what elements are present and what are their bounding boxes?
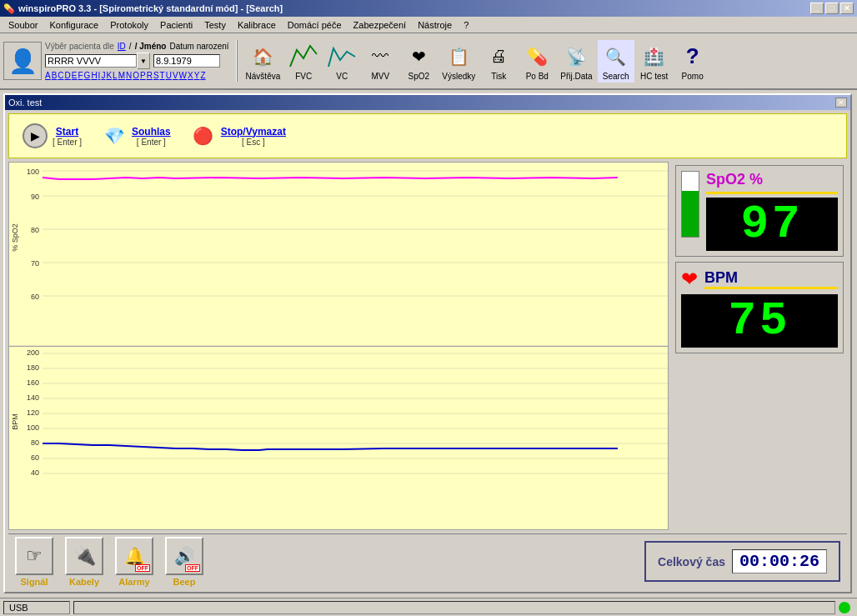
timer-label: Celkový čas [658, 555, 725, 568]
beep-label: Beep [173, 577, 196, 587]
alpha-O[interactable]: O [133, 71, 139, 80]
menu-pacienti[interactable]: Pacienti [155, 18, 198, 32]
patient-selector-section: Výběr pacienta dle ID / / Jméno Datum na… [43, 40, 231, 82]
patient-name-dropdown[interactable]: ▼ [45, 53, 150, 69]
souhlas-button[interactable]: 💎 Souhlas [ Enter ] [102, 123, 171, 148]
svg-text:60: 60 [31, 293, 39, 301]
alpha-Y[interactable]: Z [200, 71, 205, 80]
spo2-toolbar-icon: ❤ [403, 42, 434, 72]
alpha-E[interactable]: E [72, 71, 78, 80]
alpha-D[interactable]: D [65, 71, 71, 80]
alpha-A[interactable]: A [45, 71, 51, 80]
beep-button[interactable]: 🔊 OFF Beep [165, 537, 203, 587]
toolbar-btn-fvc[interactable]: FVC [285, 40, 322, 83]
beep-icon: 🔊 OFF [165, 537, 203, 575]
charts-container: 100 90 80 70 60 % SpO2 [8, 162, 669, 530]
title-bar: 💊 winspiroPRO 3.3 - [Spirometrický stand… [0, 0, 857, 17]
alpha-N[interactable]: N [126, 71, 132, 80]
navsteva-icon: 🏠 [248, 42, 278, 72]
stop-button[interactable]: 🔴 Stop/Vymazat [ Esc ] [191, 123, 286, 148]
alpha-Q[interactable]: R [147, 71, 153, 80]
vc-label: VC [336, 72, 348, 81]
alpha-G[interactable]: G [84, 71, 91, 80]
timer-value: 00:00:26 [732, 549, 827, 573]
usb-status: USB [3, 601, 70, 614]
bpm-readout: ❤ BPM 75 [675, 262, 844, 353]
svg-text:100: 100 [27, 423, 39, 432]
alarms-button[interactable]: 🔔 OFF Alarmy [115, 537, 153, 587]
alpha-F[interactable]: F [78, 71, 83, 80]
svg-text:40: 40 [31, 468, 39, 477]
menu-domaci-pece[interactable]: Domácí péče [283, 18, 347, 32]
close-button[interactable]: ✕ [840, 3, 854, 14]
alpha-C[interactable]: C [58, 71, 63, 80]
sub-title-bar: Oxi. test ✕ [5, 95, 850, 110]
menu-nastroje[interactable]: Nástroje [413, 18, 457, 32]
search-label: Search [603, 72, 629, 81]
toolbar-btn-hctest[interactable]: 🏥 HC test [636, 40, 673, 83]
start-button[interactable]: ▶ Start [ Enter ] [23, 123, 82, 148]
alpha-P[interactable]: P [140, 71, 146, 80]
svg-text:60: 60 [31, 453, 39, 462]
mvv-icon: 〰 [365, 42, 395, 72]
vysledky-label: Výsledky [442, 72, 475, 81]
toolbar-btn-search[interactable]: 🔍 Search [598, 40, 634, 83]
menu-testy[interactable]: Testy [199, 18, 231, 32]
navsteva-label: Návštěva [246, 72, 281, 81]
bottom-control-bar: ☞ Signál 🔌 Kabely 🔔 OFF Alarmy [8, 533, 847, 588]
minimize-button[interactable]: _ [810, 3, 824, 14]
signal-icon: ☞ [15, 537, 53, 575]
menu-konfigurace[interactable]: Konfigurace [44, 18, 103, 32]
bpm-chart: 200 180 160 140 120 100 80 [8, 347, 669, 531]
menu-zabezpeceni[interactable]: Zabezpečení [348, 18, 412, 32]
prijdata-label: Přij.Data [560, 72, 592, 81]
menu-soubor[interactable]: Soubor [3, 18, 43, 32]
spo2-readout-label: SpO2 % [706, 171, 763, 188]
usb-label: USB [9, 603, 28, 613]
alpha-U[interactable]: V [173, 71, 178, 80]
toolbar-btn-vc[interactable]: VC [323, 40, 360, 83]
alpha-J[interactable]: J [101, 71, 105, 80]
svg-text:120: 120 [27, 408, 39, 417]
birth-date-input[interactable] [153, 54, 220, 68]
menu-protokoly[interactable]: Protokoly [105, 18, 153, 32]
alpha-H[interactable]: H [91, 71, 97, 80]
alpha-M[interactable]: M [118, 71, 125, 80]
sub-window-title: Oxi. test [8, 98, 42, 108]
toolbar-btn-navsteva[interactable]: 🏠 Návštěva [243, 40, 284, 83]
toolbar-btn-tisk[interactable]: 🖨 Tisk [480, 40, 517, 83]
pobd-icon: 💊 [522, 42, 552, 72]
prijdata-icon: 📡 [561, 42, 591, 72]
alpha-R[interactable]: S [153, 71, 159, 80]
patient-name-input[interactable] [45, 54, 137, 68]
menu-kalibrace[interactable]: Kalibrace [233, 18, 281, 32]
alpha-B[interactable]: B [52, 71, 58, 80]
id-link[interactable]: ID [118, 42, 126, 51]
alpha-W[interactable]: X [188, 71, 193, 80]
dropdown-arrow[interactable]: ▼ [137, 53, 150, 69]
alpha-S[interactable]: T [160, 71, 165, 80]
toolbar-btn-spo2[interactable]: ❤ SpO2 [400, 40, 437, 83]
readouts-panel: SpO2 % 97 ❤ BPM [672, 162, 847, 530]
cables-button[interactable]: 🔌 Kabely [65, 537, 103, 587]
svg-text:70: 70 [31, 259, 39, 268]
alarms-icon: 🔔 OFF [115, 537, 153, 575]
alpha-K[interactable]: K [106, 71, 112, 80]
alpha-V[interactable]: W [179, 71, 187, 80]
signal-button[interactable]: ☞ Signál [15, 537, 53, 587]
menu-help[interactable]: ? [459, 18, 474, 32]
alpha-X[interactable]: Y [194, 71, 200, 80]
vysledky-icon: 📋 [444, 42, 474, 72]
toolbar-btn-vysledky[interactable]: 📋 Výsledky [439, 40, 479, 83]
maximize-button[interactable]: □ [825, 3, 839, 14]
svg-text:80: 80 [31, 226, 39, 234]
sub-close-button[interactable]: ✕ [835, 98, 847, 108]
toolbar-btn-mvv[interactable]: 〰 MVV [362, 40, 398, 83]
toolbar-btn-help[interactable]: ? Pomo [674, 40, 711, 83]
toolbar-btn-pobd[interactable]: 💊 Po Bd [519, 40, 555, 83]
alpha-I[interactable]: I [98, 71, 101, 80]
alpha-L[interactable]: L [113, 71, 118, 80]
toolbar-btn-prijdata[interactable]: 📡 Přij.Data [557, 40, 595, 83]
bottom-buttons: ☞ Signál 🔌 Kabely 🔔 OFF Alarmy [15, 537, 203, 587]
alpha-T[interactable]: U [166, 71, 172, 80]
